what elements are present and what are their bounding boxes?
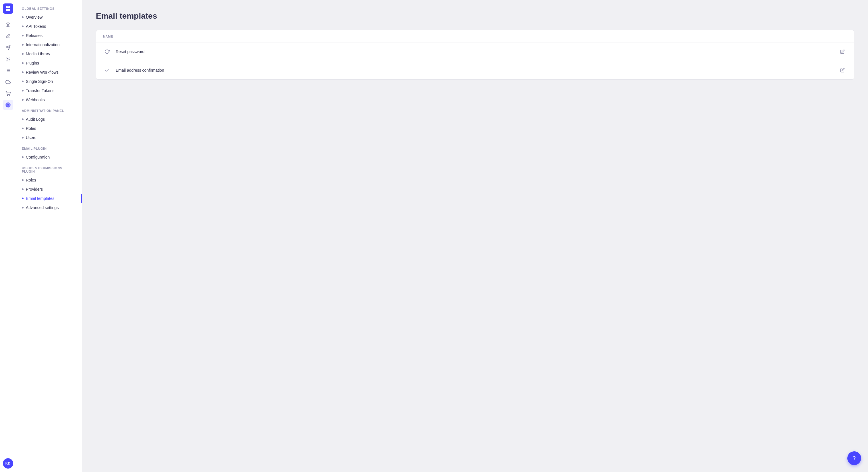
svg-rect-2 [6,9,8,11]
sidebar-item-users[interactable]: Users [16,133,82,142]
sidebar-item-single-sign-on[interactable]: Single Sign-On [16,77,82,86]
builder-nav-icon[interactable] [3,42,13,53]
sidebar-bullet [22,35,24,36]
sidebar-bullet [22,189,24,190]
sidebar-item-label: Roles [26,126,36,131]
home-nav-icon[interactable] [3,20,13,30]
help-button[interactable]: ? [847,451,861,465]
administration-panel-section-label: Administration Panel [16,109,82,115]
sidebar-item-label: Releases [26,33,42,38]
list-nav-icon[interactable] [3,65,13,76]
svg-point-7 [7,58,7,59]
sidebar-item-transfer-tokens[interactable]: Transfer Tokens [16,86,82,95]
cloud-nav-icon[interactable] [3,77,13,87]
sidebar-item-label: Overview [26,15,42,20]
sidebar-item-providers[interactable]: Providers [16,185,82,194]
media-nav-icon[interactable] [3,54,13,64]
sidebar-item-permissions-roles[interactable]: Roles [16,175,82,185]
sidebar-bullet [22,53,24,55]
main-content: Email templates NAME Reset password [82,0,868,472]
sidebar-item-media-library[interactable]: Media Library [16,49,82,59]
sidebar-bullet [22,99,24,101]
svg-rect-0 [6,6,8,8]
settings-nav-icon[interactable] [3,100,13,110]
icon-bar: KD [0,0,16,472]
email-templates-table: NAME Reset password [96,30,854,80]
table-row[interactable]: Email address confirmation [96,61,854,79]
svg-rect-3 [8,9,10,11]
users-permissions-section-label: Users & Permissions Plugin [16,166,82,175]
sidebar-item-label: Transfer Tokens [26,88,55,93]
page-title: Email templates [96,11,854,21]
sidebar-item-label: Single Sign-On [26,79,53,84]
sidebar-item-label: Configuration [26,155,50,160]
sidebar: Global Settings Overview API Tokens Rele… [16,0,82,472]
sidebar-item-internationalization[interactable]: Internationalization [16,40,82,49]
edit-reset-password-button[interactable] [838,47,847,56]
global-settings-section-label: Global Settings [16,7,82,12]
sidebar-bullet [22,26,24,27]
sidebar-bullet [22,90,24,92]
email-plugin-section-label: Email Plugin [16,147,82,153]
sidebar-item-label: Providers [26,187,43,192]
sidebar-bullet [22,179,24,181]
user-avatar[interactable]: KD [3,458,13,469]
sidebar-bullet [22,198,24,199]
store-nav-icon[interactable] [3,88,13,99]
sidebar-bullet [22,156,24,158]
sidebar-item-label: Review Workflows [26,70,59,74]
edit-email-confirmation-button[interactable] [838,66,847,75]
svg-rect-1 [8,6,10,8]
sidebar-item-label: Roles [26,178,36,182]
table-header: NAME [96,30,854,42]
sidebar-item-review-workflows[interactable]: Review Workflows [16,68,82,77]
refresh-icon [103,47,111,56]
sidebar-bullet [22,128,24,129]
check-icon [103,66,111,74]
sidebar-bullet [22,137,24,138]
sidebar-item-label: Internationalization [26,42,60,47]
svg-point-14 [7,95,8,96]
sidebar-item-api-tokens[interactable]: API Tokens [16,22,82,31]
sidebar-item-audit-logs[interactable]: Audit Logs [16,115,82,124]
sidebar-item-label: Plugins [26,61,39,65]
sidebar-item-label: API Tokens [26,24,46,29]
sidebar-item-label: Media Library [26,52,50,56]
sidebar-bullet [22,119,24,120]
sidebar-item-roles[interactable]: Roles [16,124,82,133]
sidebar-item-email-templates[interactable]: Email templates [16,194,82,203]
sidebar-item-label: Advanced settings [26,205,59,210]
sidebar-item-label: Webhooks [26,98,45,102]
sidebar-item-overview[interactable]: Overview [16,12,82,22]
row-name: Reset password [116,49,833,54]
app-logo[interactable] [3,3,13,14]
svg-point-16 [7,104,9,106]
sidebar-item-configuration[interactable]: Configuration [16,153,82,162]
sidebar-bullet [22,16,24,18]
table-row[interactable]: Reset password [96,42,854,61]
sidebar-item-label: Audit Logs [26,117,45,122]
sidebar-bullet [22,62,24,64]
content-manager-nav-icon[interactable] [3,31,13,41]
svg-point-15 [9,95,10,96]
sidebar-bullet [22,80,24,82]
sidebar-item-releases[interactable]: Releases [16,31,82,40]
sidebar-item-label: Email templates [26,196,55,201]
sidebar-bullet [22,44,24,45]
sidebar-item-advanced-settings[interactable]: Advanced settings [16,203,82,212]
sidebar-bullet [22,71,24,73]
name-column-header: NAME [103,35,113,38]
sidebar-item-webhooks[interactable]: Webhooks [16,95,82,104]
sidebar-bullet [22,207,24,208]
sidebar-item-label: Users [26,135,36,140]
row-name: Email address confirmation [116,68,833,72]
sidebar-item-plugins[interactable]: Plugins [16,59,82,68]
